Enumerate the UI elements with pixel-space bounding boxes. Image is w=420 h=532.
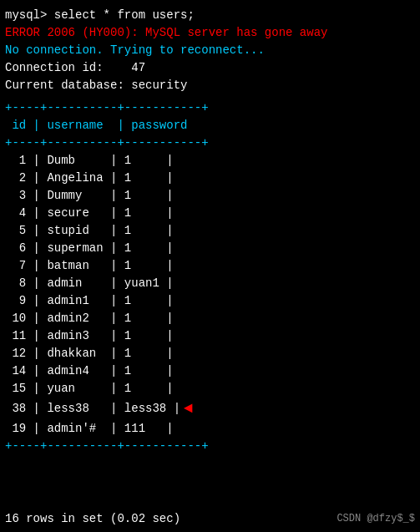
table-row: 14 | admin4 | 1 | [5,362,415,380]
table-row: 12 | dhakkan | 1 | [5,345,415,362]
table-row: 9 | admin1 | 1 | [5,292,415,310]
table-bottom-border: +----+----------+-----------+ [5,438,415,455]
error-line: ERROR 2006 (HY000): MySQL server has gon… [5,24,415,42]
table-row: 7 | batman | 1 | [5,257,415,275]
table-row: 5 | stupid | 1 | [5,222,415,240]
table-row: 11 | admin3 | 1 | [5,327,415,345]
database-line: Current database: security [5,77,415,94]
table-row: 19 | admin'# | 111 | [5,420,415,438]
connection-id-line: Connection id: 47 [5,59,415,77]
table-row: 38 | less38 | less38 |◄ [5,398,415,420]
terminal-window: mysql> select * from users; ERROR 2006 (… [0,0,420,532]
table-mid-border: +----+----------+-----------+ [5,134,415,152]
table-header-row: id | username | password [5,117,415,134]
table-row: 6 | superman | 1 | [5,240,415,257]
table-row: 4 | secure | 1 | [5,205,415,222]
table-row: 1 | Dumb | 1 | [5,152,415,170]
table-top-border: +----+----------+-----------+ [5,99,415,117]
rows-info: 16 rows in set (0.02 sec) [5,512,180,525]
table-row: 15 | yuan | 1 | [5,380,415,398]
table-row: 10 | admin2 | 1 | [5,310,415,327]
reconnect-line: No connection. Trying to reconnect... [5,42,415,59]
table-row: 3 | Dummy | 1 | [5,187,415,205]
table-container: +----+----------+-----------+ id | usern… [5,99,415,455]
prompt-line: mysql> select * from users; [5,7,415,24]
table-row: 2 | Angelina | 1 | [5,170,415,187]
red-arrow-icon: ◄ [184,398,193,420]
bottom-bar: 16 rows in set (0.02 sec) CSDN @dfzy$_$ [5,512,415,525]
table-rows: 1 | Dumb | 1 | 2 | Angelina | 1 | 3 | Du… [5,152,415,438]
table-row: 8 | admin | yuan1 | [5,275,415,292]
csdn-watermark: CSDN @dfzy$_$ [337,513,415,524]
